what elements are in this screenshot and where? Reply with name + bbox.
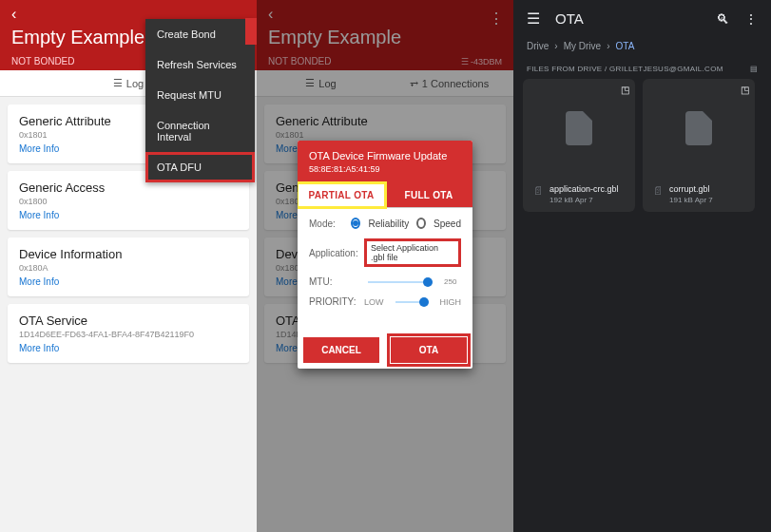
hamburger-icon[interactable]: ☰ — [527, 10, 540, 28]
toolbar-icons: 🔍︎ ⋮ — [716, 11, 758, 27]
expand-icon[interactable]: ◳ — [621, 85, 629, 95]
overflow-icon[interactable]: ⋮ — [744, 11, 758, 27]
file-name: application-crc.gbl — [549, 184, 619, 194]
application-row: Application: Select Application .gbl fil… — [309, 238, 461, 267]
file-thumb — [523, 79, 635, 177]
more-info-link[interactable]: More Info — [19, 343, 238, 353]
file-icon — [685, 111, 712, 145]
files-header: FILES FROM DRIVE / GRILLETJESUS@GMAIL.CO… — [513, 55, 771, 79]
breadcrumb: Drive › My Drive › OTA — [513, 37, 771, 55]
mode-row: Mode: Reliability Speed — [309, 218, 461, 229]
file-meta: 191 kB Apr 7 — [669, 196, 713, 204]
file-meta: 192 kB Apr 7 — [549, 196, 619, 204]
priority-label: PRIORITY: — [309, 296, 357, 307]
mode-label: Mode: — [309, 218, 343, 229]
file-type-icon: 📄︎ — [652, 184, 664, 198]
service-uuid: 0x1800 — [19, 197, 238, 206]
ota-button[interactable]: OTA — [391, 337, 467, 363]
page-title: OTA — [555, 10, 701, 27]
menu-connection-interval[interactable]: Connection Interval — [145, 110, 255, 152]
cancel-button[interactable]: CANCEL — [303, 337, 379, 363]
ota-dialog: OTA Device Firmware Update 58:8E:81:A5:4… — [298, 141, 472, 369]
radio-speed[interactable] — [416, 218, 426, 229]
radio-reliability-label: Reliability — [368, 218, 409, 229]
crumb-drive[interactable]: Drive — [527, 41, 549, 51]
radio-speed-label: Speed — [434, 218, 461, 229]
dialog-tabs: PARTIAL OTA FULL OTA — [298, 183, 472, 208]
crumb-mydrive[interactable]: My Drive — [564, 41, 601, 51]
chevron-right-icon: › — [554, 41, 557, 51]
drive-toolbar: ☰ OTA 🔍︎ ⋮ — [513, 0, 771, 37]
priority-high-label: HIGH — [440, 297, 462, 307]
service-name: Device Information — [19, 247, 238, 261]
overflow-menu: Create Bond Refresh Services Request MTU… — [145, 19, 255, 182]
menu-refresh-services[interactable]: Refresh Services — [145, 49, 255, 80]
priority-slider[interactable] — [395, 301, 429, 303]
file-type-icon: 📄︎ — [532, 184, 544, 198]
expand-icon[interactable]: ◳ — [741, 85, 749, 95]
file-footer: 📄︎ corrupt.gbl 191 kB Apr 7 — [643, 177, 755, 212]
dialog-actions: CANCEL OTA — [298, 332, 472, 369]
application-label: Application: — [309, 248, 357, 258]
tab-log-label: Log — [126, 78, 144, 89]
priority-low-label: LOW — [364, 297, 384, 307]
crumb-current: OTA — [615, 41, 634, 51]
files-from-label: FILES FROM DRIVE / GRILLETJESUS@GMAIL.CO… — [527, 65, 723, 73]
service-name: Generic Access — [19, 180, 238, 195]
radio-reliability[interactable] — [351, 218, 360, 229]
file-card[interactable]: ◳ 📄︎ application-crc.gbl 192 kB Apr 7 — [523, 79, 635, 212]
file-footer: 📄︎ application-crc.gbl 192 kB Apr 7 — [523, 177, 635, 212]
file-name: corrupt.gbl — [669, 184, 713, 194]
menu-create-bond[interactable]: Create Bond — [145, 19, 255, 49]
file-thumb — [643, 79, 755, 177]
pane-2: ‹ Empty Example ⋮ NOT BONDED ☰ -43dBm ☰ … — [257, 0, 513, 532]
mtu-row: MTU: 250 — [309, 276, 461, 287]
search-icon[interactable]: 🔍︎ — [716, 11, 729, 27]
pane-1: ‹ Empty Example NOT BONDED ☰ Log Generic… — [0, 0, 257, 532]
service-uuid: 0x180A — [19, 263, 238, 273]
view-toggle-icon[interactable]: ▤ — [750, 65, 758, 73]
list-icon: ☰ — [113, 77, 123, 89]
service-card[interactable]: Device Information 0x180A More Info — [8, 238, 249, 296]
select-gbl-file[interactable]: Select Application .gbl file — [364, 238, 461, 267]
menu-request-mtu[interactable]: Request MTU — [145, 80, 255, 110]
service-card[interactable]: OTA Service 1D14D6EE-FD63-4FA1-BFA4-8F47… — [8, 304, 249, 363]
overflow-highlight — [245, 18, 257, 45]
file-icon — [566, 111, 592, 145]
mtu-label: MTU: — [309, 276, 357, 287]
service-name: OTA Service — [19, 314, 238, 328]
mtu-slider[interactable] — [368, 281, 433, 283]
priority-row: PRIORITY: LOW HIGH — [309, 296, 461, 307]
service-uuid: 1D14D6EE-FD63-4FA1-BFA4-8F47B42119F0 — [19, 330, 238, 339]
device-mac: 58:8E:81:A5:41:59 — [309, 164, 461, 174]
dialog-title: OTA Device Firmware Update — [309, 150, 461, 162]
more-info-link[interactable]: More Info — [19, 276, 238, 287]
dialog-body: Mode: Reliability Speed Application: Sel… — [298, 208, 472, 326]
dialog-header: OTA Device Firmware Update 58:8E:81:A5:4… — [298, 141, 472, 183]
tab-full-ota[interactable]: FULL OTA — [385, 183, 472, 207]
pane-3: ☰ OTA 🔍︎ ⋮ Drive › My Drive › OTA FILES … — [513, 0, 771, 532]
menu-ota-dfu[interactable]: OTA DFU — [145, 152, 255, 182]
chevron-right-icon: › — [607, 41, 609, 51]
more-info-link[interactable]: More Info — [19, 210, 238, 220]
file-card[interactable]: ◳ 📄︎ corrupt.gbl 191 kB Apr 7 — [643, 79, 755, 212]
mtu-value: 250 — [444, 277, 461, 286]
tab-partial-ota[interactable]: PARTIAL OTA — [298, 183, 385, 207]
files-grid: ◳ 📄︎ application-crc.gbl 192 kB Apr 7 ◳ … — [513, 79, 771, 212]
